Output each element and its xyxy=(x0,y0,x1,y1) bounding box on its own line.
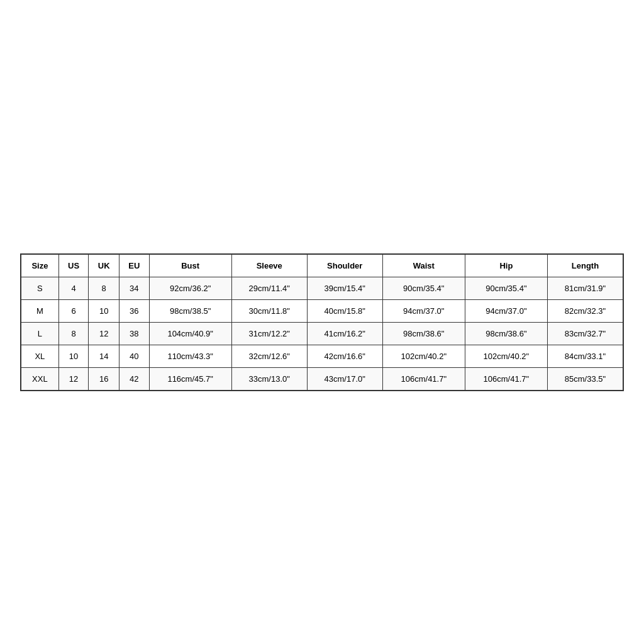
cell-uk: 14 xyxy=(89,345,119,367)
cell-uk: 16 xyxy=(89,367,119,390)
cell-hip: 102cm/40.2" xyxy=(465,345,547,367)
header-sleeve: Sleeve xyxy=(231,254,307,277)
cell-size: XL xyxy=(21,345,59,367)
header-uk: UK xyxy=(89,254,119,277)
table-row: M6103698cm/38.5"30cm/11.8"40cm/15.8"94cm… xyxy=(21,299,623,322)
cell-waist: 98cm/38.6" xyxy=(382,322,465,345)
cell-eu: 40 xyxy=(119,345,150,367)
cell-length: 81cm/31.9" xyxy=(547,277,623,299)
header-eu: EU xyxy=(119,254,150,277)
cell-shoulder: 41cm/16.2" xyxy=(307,322,382,345)
cell-shoulder: 40cm/15.8" xyxy=(307,299,382,322)
cell-length: 84cm/33.1" xyxy=(547,345,623,367)
table-row: XL101440110cm/43.3"32cm/12.6"42cm/16.6"1… xyxy=(21,345,623,367)
header-size: Size xyxy=(21,254,59,277)
cell-eu: 38 xyxy=(119,322,150,345)
header-length: Length xyxy=(547,254,623,277)
cell-bust: 104cm/40.9" xyxy=(149,322,231,345)
cell-waist: 90cm/35.4" xyxy=(382,277,465,299)
table-row: L81238104cm/40.9"31cm/12.2"41cm/16.2"98c… xyxy=(21,322,623,345)
cell-us: 6 xyxy=(58,299,89,322)
cell-uk: 8 xyxy=(89,277,119,299)
cell-uk: 12 xyxy=(89,322,119,345)
cell-sleeve: 32cm/12.6" xyxy=(231,345,307,367)
cell-eu: 36 xyxy=(119,299,150,322)
cell-hip: 94cm/37.0" xyxy=(465,299,547,322)
cell-waist: 106cm/41.7" xyxy=(382,367,465,390)
cell-eu: 42 xyxy=(119,367,150,390)
cell-waist: 102cm/40.2" xyxy=(382,345,465,367)
header-hip: Hip xyxy=(465,254,547,277)
cell-length: 83cm/32.7" xyxy=(547,322,623,345)
cell-sleeve: 29cm/11.4" xyxy=(231,277,307,299)
table-row: XXL121642116cm/45.7"33cm/13.0"43cm/17.0"… xyxy=(21,367,623,390)
cell-hip: 90cm/35.4" xyxy=(465,277,547,299)
cell-waist: 94cm/37.0" xyxy=(382,299,465,322)
cell-length: 82cm/32.3" xyxy=(547,299,623,322)
cell-shoulder: 43cm/17.0" xyxy=(307,367,382,390)
cell-us: 4 xyxy=(58,277,89,299)
cell-hip: 98cm/38.6" xyxy=(465,322,547,345)
cell-bust: 110cm/43.3" xyxy=(149,345,231,367)
cell-eu: 34 xyxy=(119,277,150,299)
cell-hip: 106cm/41.7" xyxy=(465,367,547,390)
cell-us: 8 xyxy=(58,322,89,345)
cell-size: L xyxy=(21,322,59,345)
table-row: S483492cm/36.2"29cm/11.4"39cm/15.4"90cm/… xyxy=(21,277,623,299)
size-chart-container: Size US UK EU Bust Sleeve Shoulder Waist… xyxy=(20,253,624,391)
cell-shoulder: 42cm/16.6" xyxy=(307,345,382,367)
header-waist: Waist xyxy=(382,254,465,277)
cell-sleeve: 30cm/11.8" xyxy=(231,299,307,322)
cell-bust: 92cm/36.2" xyxy=(149,277,231,299)
cell-bust: 116cm/45.7" xyxy=(149,367,231,390)
cell-us: 10 xyxy=(58,345,89,367)
cell-size: S xyxy=(21,277,59,299)
cell-shoulder: 39cm/15.4" xyxy=(307,277,382,299)
cell-uk: 10 xyxy=(89,299,119,322)
cell-sleeve: 31cm/12.2" xyxy=(231,322,307,345)
header-shoulder: Shoulder xyxy=(307,254,382,277)
header-us: US xyxy=(58,254,89,277)
table-header-row: Size US UK EU Bust Sleeve Shoulder Waist… xyxy=(21,254,623,277)
cell-bust: 98cm/38.5" xyxy=(149,299,231,322)
size-chart-table: Size US UK EU Bust Sleeve Shoulder Waist… xyxy=(21,254,623,391)
cell-sleeve: 33cm/13.0" xyxy=(231,367,307,390)
cell-length: 85cm/33.5" xyxy=(547,367,623,390)
cell-size: M xyxy=(21,299,59,322)
cell-size: XXL xyxy=(21,367,59,390)
cell-us: 12 xyxy=(58,367,89,390)
header-bust: Bust xyxy=(149,254,231,277)
